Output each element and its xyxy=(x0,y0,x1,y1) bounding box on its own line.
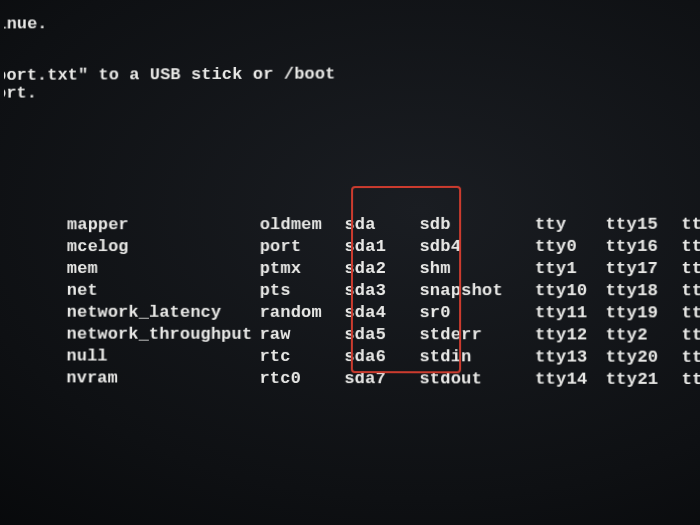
dev-col6: tty19 xyxy=(606,302,682,324)
header-line-1: inue. xyxy=(2,14,48,33)
dev-col6: tty21 xyxy=(606,369,682,391)
dev-col7: tty25 xyxy=(681,280,700,302)
dev-col7: tty24 xyxy=(681,258,700,280)
dev-col3: sda3 xyxy=(344,280,419,302)
dev-col2: rtc xyxy=(259,346,344,368)
dev-col3: sda xyxy=(344,214,419,236)
dev-col2: raw xyxy=(260,324,345,346)
dev-col1: nvram xyxy=(56,367,259,389)
dev-col7: tty26 xyxy=(681,302,700,324)
dev-col6: tty17 xyxy=(605,258,681,280)
dev-col5: tty11 xyxy=(535,302,606,324)
dev-col5: tty1 xyxy=(535,258,606,280)
dev-col2: random xyxy=(260,302,345,324)
table-row: mapperoldmemsdasdbttytty15tty22t xyxy=(2,191,700,214)
terminal-screen: inue. port.txt" to a USB stick or /boot … xyxy=(2,0,700,525)
dev-col1: null xyxy=(56,346,259,368)
dev-col1: net xyxy=(57,280,260,302)
dev-col4: shm xyxy=(419,258,535,280)
dev-col7: tty27 xyxy=(681,324,700,346)
dev-col4: snapshot xyxy=(419,280,535,302)
dev-col4: sdb4 xyxy=(419,236,534,258)
dev-col2: oldmem xyxy=(260,214,345,236)
dev-col7: tty29 xyxy=(682,369,700,391)
dev-col6: tty18 xyxy=(606,280,682,302)
dev-col3: sda6 xyxy=(344,346,419,368)
dev-col5: tty14 xyxy=(535,369,606,391)
dev-col7: tty28 xyxy=(682,347,700,369)
dev-col6: tty2 xyxy=(606,324,682,346)
header-line-3: ort. xyxy=(2,84,37,103)
dev-col4: stdout xyxy=(419,368,535,390)
header-line-2: port.txt" to a USB stick or /boot xyxy=(2,65,336,85)
dev-col1: mapper xyxy=(57,214,260,236)
dev-col2: ptmx xyxy=(260,258,345,280)
dev-col1: mem xyxy=(57,258,260,280)
dev-col4: sr0 xyxy=(419,302,535,324)
device-listing: mapperoldmemsdasdbttytty15tty22t mcelogp… xyxy=(2,191,700,369)
dev-col1: network_latency xyxy=(56,302,259,324)
dev-col3: sda5 xyxy=(344,324,419,346)
dev-col3: sda2 xyxy=(344,258,419,280)
dev-col3: sda1 xyxy=(344,236,419,258)
dev-col5: tty0 xyxy=(535,236,606,258)
dev-col3: sda7 xyxy=(344,368,419,390)
dev-col2: pts xyxy=(260,280,345,302)
dev-col3: sda4 xyxy=(344,302,419,324)
dev-col5: tty xyxy=(535,214,606,236)
dev-col1: mcelog xyxy=(57,236,260,258)
dev-col4: stdin xyxy=(419,346,535,368)
dev-col7: tty22 xyxy=(681,214,700,236)
dev-col5: tty10 xyxy=(535,280,606,302)
dev-col5: tty13 xyxy=(535,346,606,368)
dev-col6: tty15 xyxy=(605,214,681,236)
dev-col6: tty20 xyxy=(606,347,682,369)
dev-col1: network_throughput xyxy=(56,324,259,346)
dev-col6: tty16 xyxy=(605,236,681,258)
dev-col2: rtc0 xyxy=(259,368,344,390)
dev-col7: tty23 xyxy=(681,236,700,258)
dev-col5: tty12 xyxy=(535,324,606,346)
dev-col4: stderr xyxy=(419,324,535,346)
dev-col2: port xyxy=(260,236,345,258)
dev-col4: sdb xyxy=(419,214,534,236)
